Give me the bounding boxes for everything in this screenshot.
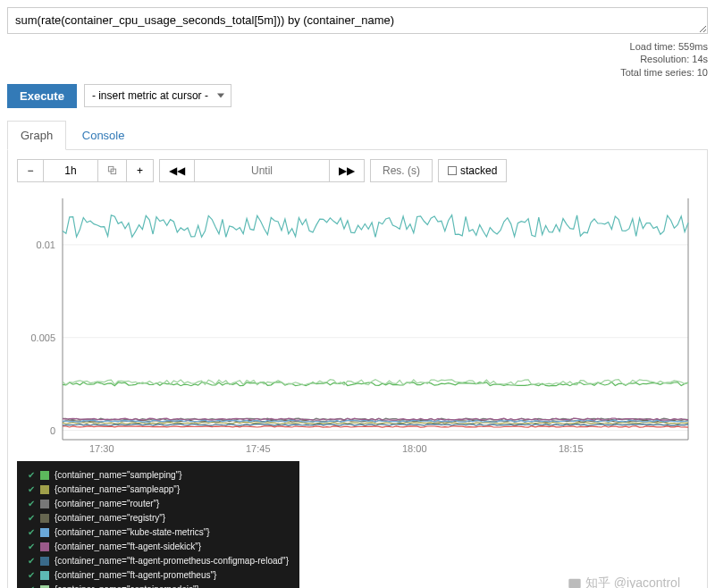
svg-text:18:00: 18:00 [402,443,427,454]
watermark: 知乎 @iyacontrol [568,575,680,588]
until-input[interactable] [195,159,329,182]
svg-text:17:30: 17:30 [89,443,114,454]
check-icon: ✔ [28,511,35,525]
legend-item[interactable]: ✔ {container_name="ft-agent-sidekick"} [28,540,289,554]
legend-swatch [40,471,49,480]
legend-label: {container_name="containernodejs"} [55,583,199,588]
check-icon: ✔ [28,483,35,497]
legend-label: {container_name="sampleapp"} [55,483,180,497]
check-icon: ✔ [28,554,35,568]
check-icon: ✔ [28,525,35,540]
chart-canvas[interactable]: 00.0050.0117:3017:4518:0018:15 [17,189,698,458]
tab-bar: Graph Console [7,121,708,150]
check-icon: ✔ [28,468,35,483]
legend-swatch [40,500,49,508]
svg-rect-15 [568,579,580,588]
svg-text:18:15: 18:15 [559,443,584,454]
legend-item[interactable]: ✔ {container_name="registry"} [28,511,289,525]
tab-graph[interactable]: Graph [7,121,66,150]
legend-swatch [40,528,49,537]
range-copy-button[interactable] [97,159,127,182]
zhihu-icon [568,576,582,588]
forward-button[interactable]: ▶▶ [329,159,365,182]
legend-label: {container_name="ft-agent-prometheus-con… [55,554,289,568]
check-icon: ✔ [28,540,35,554]
range-minus-button[interactable]: − [17,159,44,182]
legend-item[interactable]: ✔ {container_name="sampleping"} [28,468,289,483]
legend-item[interactable]: ✔ {container_name="containernodejs"} [28,583,289,588]
query-input[interactable]: sum(rate(container_cpu_usage_seconds_tot… [7,7,708,34]
legend-label: {container_name="registry"} [55,511,165,525]
legend-label: {container_name="ft-agent-prometheus"} [55,568,216,583]
execute-button[interactable]: Execute [7,84,77,108]
legend-item[interactable]: ✔ {container_name="ft-agent-prometheus-c… [28,554,289,568]
chart-legend: ✔ {container_name="sampleping"} ✔ {conta… [17,461,299,588]
legend-item[interactable]: ✔ {container_name="router"} [28,497,289,511]
legend-label: {container_name="router"} [55,497,159,511]
rewind-button[interactable]: ◀◀ [159,159,195,182]
range-input[interactable] [44,159,97,182]
tab-console[interactable]: Console [70,122,138,149]
svg-text:0.005: 0.005 [30,332,55,343]
metric-select[interactable]: - insert metric at cursor - [84,84,231,107]
range-plus-button[interactable]: + [127,159,154,182]
legend-swatch [40,514,49,523]
svg-text:17:45: 17:45 [246,443,271,454]
stacked-toggle[interactable]: stacked [438,159,507,182]
legend-swatch [40,557,49,566]
legend-item[interactable]: ✔ {container_name="ft-agent-prometheus"} [28,568,289,583]
copy-icon [107,165,117,175]
legend-label: {container_name="kube-state-metrics"} [55,525,210,540]
legend-label: {container_name="sampleping"} [55,468,181,483]
svg-text:0.01: 0.01 [37,239,55,250]
checkbox-icon [448,166,457,175]
legend-swatch [40,542,49,551]
legend-label: {container_name="ft-agent-sidekick"} [55,540,201,554]
legend-swatch [40,485,49,494]
check-icon: ✔ [28,568,35,583]
legend-swatch [40,571,49,580]
legend-item[interactable]: ✔ {container_name="kube-state-metrics"} [28,525,289,540]
legend-item[interactable]: ✔ {container_name="sampleapp"} [28,483,289,497]
status-info: Load time: 559ms Resolution: 14s Total t… [7,40,708,79]
check-icon: ✔ [28,497,35,511]
resolution-input[interactable] [370,159,433,182]
svg-text:0: 0 [50,425,55,436]
graph-panel: − + ◀◀ ▶▶ stacked 00.0050.0117:3017:4518… [7,150,708,588]
check-icon: ✔ [28,583,35,588]
